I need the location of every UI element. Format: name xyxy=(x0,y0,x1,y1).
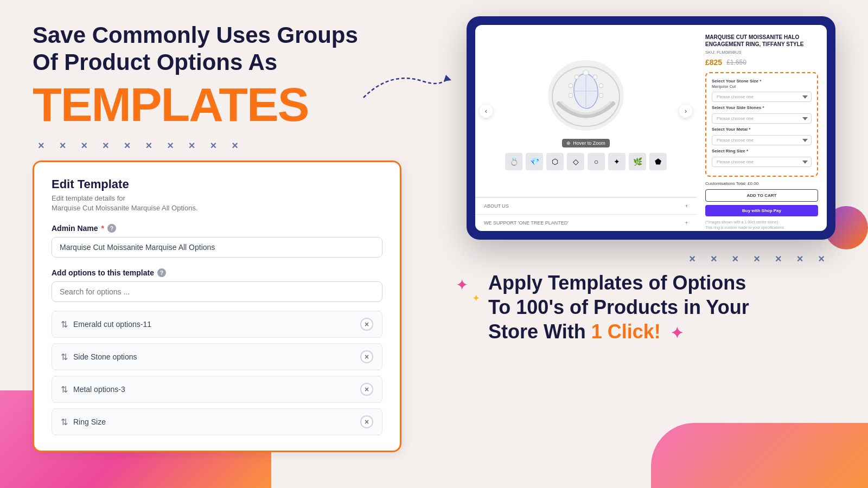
svg-point-10 xyxy=(599,84,603,88)
option-name: Ring Size xyxy=(73,418,106,426)
metal-select[interactable]: Please choose one xyxy=(712,135,812,145)
thumbnail[interactable]: ✦ xyxy=(608,153,626,170)
thumbnail[interactable]: 🌿 xyxy=(629,153,646,170)
product-note-3: Please select your preferred moissanite … xyxy=(705,230,818,231)
admin-name-label: Admin Name * ? xyxy=(52,224,382,233)
admin-name-info-icon[interactable]: ? xyxy=(107,224,116,233)
product-details: MARQUISE CUT MOISSANITE HALO ENGAGEMENT … xyxy=(697,25,827,231)
shopify-buy-button[interactable]: Buy with Shop Pay xyxy=(705,205,818,216)
option-name: Side Stone options xyxy=(73,352,137,361)
zoom-badge: ⊕ Hover to Zoom xyxy=(562,139,610,147)
headline: Save Commonly Uses Groups Of Product Opt… xyxy=(33,22,401,76)
device-mockup: ‹ › xyxy=(467,16,835,240)
click-sparkle-icon: ✦ xyxy=(671,325,683,342)
device-screen: ‹ › xyxy=(475,25,827,231)
remove-option-button[interactable]: × xyxy=(360,318,373,331)
thumbnail[interactable]: 💎 xyxy=(526,153,543,170)
svg-point-5 xyxy=(583,70,589,75)
product-image-area: ‹ › xyxy=(475,25,697,197)
thumbnail[interactable]: ○ xyxy=(588,153,605,170)
drag-handle-icon[interactable]: ⇅ xyxy=(61,319,68,330)
search-options-input[interactable] xyxy=(52,281,382,302)
option-item: ⇅ Side Stone options × xyxy=(52,343,382,370)
add-options-info-icon[interactable]: ? xyxy=(157,268,166,277)
stone-size-label: Select Your Stone Size * xyxy=(712,79,812,84)
ring-size-select[interactable]: Please choose one xyxy=(712,157,812,167)
option-name: Metal options-3 xyxy=(73,385,125,394)
side-stones-label: Select Your Side Stones * xyxy=(712,105,812,110)
thumbnail[interactable]: ◇ xyxy=(567,153,584,170)
thumbnails: 💍 💎 ⬡ ◇ ○ ✦ 🌿 ⬟ xyxy=(505,153,667,170)
product-title: MARQUISE CUT MOISSANITE HALO ENGAGEMENT … xyxy=(705,34,818,48)
price-row: £825 £1,650 xyxy=(705,58,818,67)
ring-image xyxy=(537,52,635,139)
product-main-area: ‹ › xyxy=(475,25,697,231)
image-next-arrow[interactable]: › xyxy=(679,105,692,118)
card-subtitle: Edit template details for Marquise Cut M… xyxy=(52,194,382,213)
drag-handle-icon[interactable]: ⇅ xyxy=(61,417,68,427)
image-prev-arrow[interactable]: ‹ xyxy=(480,105,493,118)
stone-size-sub: Marquise Cut xyxy=(712,85,812,88)
admin-name-input[interactable] xyxy=(52,237,382,258)
option-item: ⇅ Emerald cut options-11 × xyxy=(52,311,382,338)
drag-handle-icon[interactable]: ⇅ xyxy=(61,384,68,395)
drag-handle-icon[interactable]: ⇅ xyxy=(61,352,68,362)
option-name: Emerald cut options-11 xyxy=(73,320,151,329)
sparkle-small-icon: ✦ xyxy=(472,292,480,304)
svg-point-11 xyxy=(599,93,603,98)
bottom-headline-3: Store With 1 Click! ✦ xyxy=(488,319,835,344)
product-options-box: Select Your Stone Size * Marquise Cut Pl… xyxy=(705,72,818,177)
product-sku: SKU: FLM089BUS xyxy=(705,50,818,55)
add-to-cart-button[interactable]: ADD TO CART xyxy=(705,189,818,202)
side-stones-select[interactable]: Please choose one xyxy=(712,113,812,124)
required-indicator: * xyxy=(101,224,104,233)
remove-option-button[interactable]: × xyxy=(360,350,373,363)
card-title: Edit Template xyxy=(52,177,382,191)
svg-marker-12 xyxy=(444,75,451,81)
bottom-text: ✦ ✦ Apply Templates of Options To 100's … xyxy=(467,271,835,344)
svg-point-9 xyxy=(593,75,597,79)
add-options-label: Add options to this template ? xyxy=(52,268,382,277)
x-marks-row: × × × × × × × × × × xyxy=(38,139,401,152)
click-highlight: 1 Click! xyxy=(591,320,661,343)
right-panel: ‹ › xyxy=(467,16,835,344)
arrow-decoration xyxy=(358,65,456,108)
remove-option-button[interactable]: × xyxy=(360,383,373,396)
x-marks-row-right: × × × × × × × xyxy=(467,253,825,265)
thumbnail[interactable]: ⬡ xyxy=(546,153,564,170)
option-item: ⇅ Metal options-3 × xyxy=(52,376,382,403)
thumbnail[interactable]: 💍 xyxy=(505,153,522,170)
option-item: ⇅ Ring Size × xyxy=(52,408,382,435)
svg-point-7 xyxy=(569,84,573,88)
edit-template-card: Edit Template Edit template details for … xyxy=(33,160,401,452)
bottom-headline-2: To 100's of Products in Your xyxy=(488,295,835,319)
metal-label: Select Your Metal * xyxy=(712,127,812,132)
left-panel: Save Commonly Uses Groups Of Product Opt… xyxy=(33,22,401,452)
thumbnail[interactable]: ⬟ xyxy=(649,153,667,170)
about-section: ABOUT US + WE SUPPORT 'ONE TREE PLANTED'… xyxy=(475,197,697,231)
bg-wave-right xyxy=(651,423,868,488)
bottom-headline-1: Apply Templates of Options xyxy=(488,271,835,295)
remove-option-button[interactable]: × xyxy=(360,415,373,428)
svg-point-6 xyxy=(575,75,579,79)
templates-heading: TEMPLATES xyxy=(33,81,401,129)
product-note-2: This ring is custom made to your specifi… xyxy=(705,225,818,230)
svg-point-8 xyxy=(569,93,573,98)
ring-size-label: Select Ring Size * xyxy=(712,149,812,153)
options-list: ⇅ Emerald cut options-11 × ⇅ Side Stone … xyxy=(52,311,382,435)
product-note-1: (*Images shown with a 1.00ct centre ston… xyxy=(705,220,818,225)
price-current: £825 xyxy=(705,58,722,67)
customizations-total: Customisations Total: £0.00 xyxy=(705,181,818,186)
stone-size-select[interactable]: Please choose one xyxy=(712,92,812,102)
price-original: £1,650 xyxy=(726,59,746,66)
sparkle-icon: ✦ xyxy=(456,276,468,294)
